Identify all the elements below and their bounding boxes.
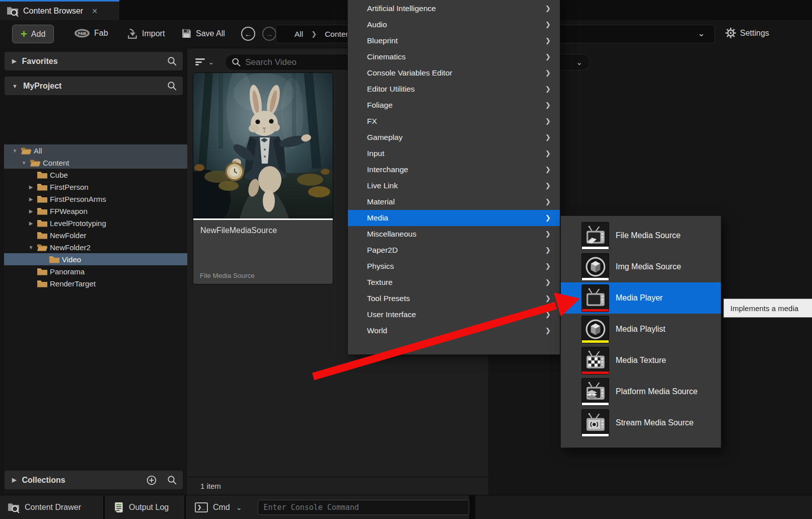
submenu-arrow-icon: ❯ bbox=[545, 17, 551, 33]
tree-collapsed-icon[interactable]: ▶ bbox=[27, 184, 35, 190]
tree-item-panorama[interactable]: Panorama bbox=[4, 265, 187, 277]
favorites-section-header[interactable]: ▶ Favorites bbox=[5, 52, 183, 70]
console-command-field[interactable] bbox=[258, 500, 469, 515]
menu-item-miscellaneous[interactable]: Miscellaneous❯ bbox=[348, 226, 560, 242]
cmd-label[interactable]: Cmd bbox=[213, 503, 230, 512]
menu-item-editor-utilities[interactable]: Editor Utilities❯ bbox=[348, 81, 560, 97]
menu-item-artificial-intelligence[interactable]: Artificial Intelligence❯ bbox=[348, 1, 560, 17]
menu-item-world[interactable]: World❯ bbox=[348, 323, 560, 339]
menu-item-gameplay[interactable]: Gameplay❯ bbox=[348, 129, 560, 145]
menu-item-interchange[interactable]: Interchange❯ bbox=[348, 162, 560, 178]
collections-section-header[interactable]: ▶ Collections bbox=[5, 471, 183, 489]
submenu-item-img-media-source[interactable]: Img Media Source bbox=[561, 251, 721, 282]
search-icon[interactable] bbox=[167, 56, 177, 66]
back-button[interactable]: ← bbox=[241, 27, 255, 41]
output-log-button[interactable]: Output Log bbox=[105, 495, 184, 519]
search-icon[interactable] bbox=[167, 475, 177, 485]
console-command-input[interactable] bbox=[263, 503, 464, 512]
submenu-arrow-icon: ❯ bbox=[545, 113, 551, 129]
forward-button[interactable]: → bbox=[262, 27, 276, 41]
import-button[interactable]: Import bbox=[127, 28, 165, 39]
menu-item-texture[interactable]: Texture❯ bbox=[348, 274, 560, 290]
fab-button[interactable]: Fab bbox=[74, 28, 108, 38]
unreal-editor-window: Content Browser ✕ + Add Fab Import Save … bbox=[0, 0, 812, 519]
tree-expanded-icon[interactable]: ▼ bbox=[11, 148, 19, 154]
submenu-arrow-icon: ❯ bbox=[545, 226, 551, 242]
menu-item-blueprint[interactable]: Blueprint❯ bbox=[348, 33, 560, 49]
path-dropdown-icon[interactable]: ⌄ bbox=[698, 28, 705, 39]
menu-item-live-link[interactable]: Live Link❯ bbox=[348, 178, 560, 194]
submenu-arrow-icon: ❯ bbox=[545, 97, 551, 113]
submenu-item-media-player-highlighted[interactable]: Media Player bbox=[561, 282, 721, 314]
collections-label: Collections bbox=[22, 476, 65, 485]
tree-collapsed-icon[interactable]: ▶ bbox=[27, 196, 35, 202]
menu-item-paper2d[interactable]: Paper2D❯ bbox=[348, 242, 560, 258]
back-arrow-icon: ← bbox=[245, 30, 252, 38]
tree-item-rendertarget[interactable]: RenderTarget bbox=[4, 277, 187, 289]
submenu-arrow-icon: ❯ bbox=[545, 65, 551, 81]
menu-item-cinematics[interactable]: Cinematics❯ bbox=[348, 49, 560, 65]
tree-item-firstpersonarms[interactable]: ▶ FirstPersonArms bbox=[4, 193, 187, 205]
submenu-item-platform-media-source[interactable]: Platform Media Source bbox=[561, 376, 721, 407]
submenu-item-media-texture[interactable]: Media Texture bbox=[561, 345, 721, 376]
menu-item-input[interactable]: Input❯ bbox=[348, 145, 560, 162]
tree-expanded-icon[interactable]: ▼ bbox=[27, 245, 35, 250]
asset-name: NewFileMediaSource bbox=[193, 220, 333, 235]
collapse-arrow-icon[interactable]: ▶ bbox=[12, 58, 16, 64]
add-collection-icon[interactable] bbox=[146, 475, 157, 485]
submenu-arrow-icon: ❯ bbox=[545, 307, 551, 323]
tree-collapsed-icon[interactable]: ▶ bbox=[27, 208, 35, 214]
folder-icon bbox=[37, 183, 48, 191]
tree-item-content[interactable]: ▼ Content bbox=[4, 157, 187, 169]
menu-item-tool-presets[interactable]: Tool Presets❯ bbox=[348, 290, 560, 307]
search-icon[interactable] bbox=[167, 81, 177, 91]
tree-item-firstperson[interactable]: ▶ FirstPerson bbox=[4, 181, 187, 193]
add-button[interactable]: + Add bbox=[12, 25, 54, 43]
filter-button[interactable]: ⌄ bbox=[195, 55, 219, 69]
chevron-down-icon[interactable]: ⌄ bbox=[236, 503, 242, 511]
folder-icon bbox=[37, 171, 48, 179]
submenu-item-file-media-source[interactable]: File Media Source bbox=[561, 220, 721, 251]
project-section-header[interactable]: ▼ MyProject bbox=[5, 77, 183, 95]
cmd-section: ❯_ Cmd ⌄ bbox=[186, 495, 469, 519]
submenu-arrow-icon: ❯ bbox=[545, 129, 551, 145]
tree-label: NewFolder2 bbox=[50, 243, 91, 252]
menu-item-user-interface[interactable]: User Interface❯ bbox=[348, 307, 560, 323]
submenu-item-media-playlist[interactable]: Media Playlist bbox=[561, 314, 721, 345]
menu-item-media-highlighted[interactable]: Media❯ bbox=[348, 210, 560, 226]
menu-item-audio[interactable]: Audio❯ bbox=[348, 17, 560, 33]
tree-item-all[interactable]: ▼ All bbox=[4, 144, 187, 157]
submenu-arrow-icon: ❯ bbox=[545, 49, 551, 65]
save-all-button[interactable]: Save All bbox=[181, 28, 225, 39]
submenu-arrow-icon: ❯ bbox=[545, 258, 551, 274]
tree-expanded-icon[interactable]: ▼ bbox=[20, 160, 28, 166]
breadcrumb-root[interactable]: All bbox=[294, 30, 303, 39]
add-asset-context-menu: Artificial Intelligence❯ Audio❯ Blueprin… bbox=[347, 0, 560, 355]
tree-collapsed-icon[interactable]: ▶ bbox=[27, 220, 35, 226]
tree-item-newfolder2[interactable]: ▼ NewFolder2 bbox=[4, 241, 187, 253]
tree-item-video-selected[interactable]: Video bbox=[4, 253, 187, 265]
favorites-label: Favorites bbox=[22, 57, 57, 66]
tree-item-fpweapon[interactable]: ▶ FPWeapon bbox=[4, 205, 187, 217]
tree-item-cube[interactable]: Cube bbox=[4, 169, 187, 181]
tree-item-newfolder[interactable]: NewFolder bbox=[4, 229, 187, 241]
tree-item-levelprototyping[interactable]: ▶ LevelPrototyping bbox=[4, 217, 187, 229]
menu-item-fx[interactable]: FX❯ bbox=[348, 113, 560, 129]
collapse-arrow-icon[interactable]: ▶ bbox=[12, 477, 16, 483]
submenu-item-stream-media-source[interactable]: Stream Media Source bbox=[561, 407, 721, 438]
submenu-arrow-icon: ❯ bbox=[545, 178, 551, 194]
asset-tile-newfilemediasource[interactable]: NewFileMediaSource File Media Source bbox=[193, 73, 333, 284]
close-icon[interactable]: ✕ bbox=[92, 7, 98, 15]
settings-button[interactable]: Settings bbox=[725, 28, 769, 38]
menu-item-console-variables-editor[interactable]: Console Variables Editor❯ bbox=[348, 65, 560, 81]
submenu-arrow-icon: ❯ bbox=[545, 290, 551, 307]
content-drawer-button[interactable]: Content Drawer bbox=[0, 495, 103, 519]
fab-label: Fab bbox=[94, 29, 108, 38]
expand-arrow-icon[interactable]: ▼ bbox=[12, 83, 18, 89]
menu-item-physics[interactable]: Physics❯ bbox=[348, 258, 560, 274]
tree-label: LevelPrototyping bbox=[50, 219, 106, 228]
tab-content-browser[interactable]: Content Browser ✕ bbox=[0, 0, 119, 20]
platform-media-source-icon bbox=[582, 379, 609, 405]
menu-item-material[interactable]: Material❯ bbox=[348, 194, 560, 210]
menu-item-foliage[interactable]: Foliage❯ bbox=[348, 97, 560, 113]
